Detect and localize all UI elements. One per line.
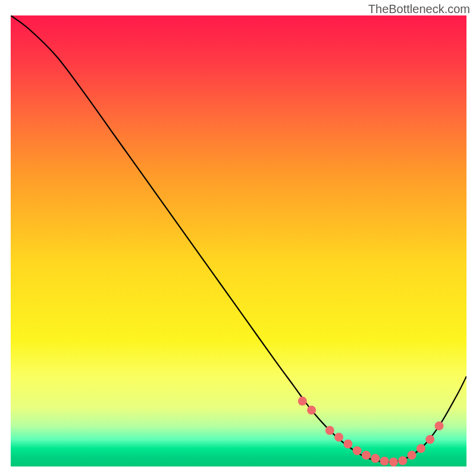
data-point	[362, 451, 371, 460]
marker-group	[298, 397, 444, 466]
data-point	[416, 444, 425, 453]
data-point	[398, 456, 407, 465]
data-point	[425, 435, 434, 444]
data-point	[435, 421, 444, 430]
data-point	[389, 458, 398, 466]
plot-area	[11, 15, 466, 466]
data-point	[307, 406, 316, 415]
chart-svg	[11, 15, 466, 466]
data-point	[298, 397, 307, 406]
data-point	[408, 451, 416, 460]
watermark-label: TheBottleneck.com	[368, 2, 470, 16]
data-point	[380, 456, 389, 465]
data-point	[334, 433, 343, 441]
data-point	[325, 426, 334, 435]
data-point	[371, 454, 380, 463]
data-point	[343, 440, 352, 449]
curve-path	[11, 15, 466, 462]
data-point	[353, 446, 362, 455]
